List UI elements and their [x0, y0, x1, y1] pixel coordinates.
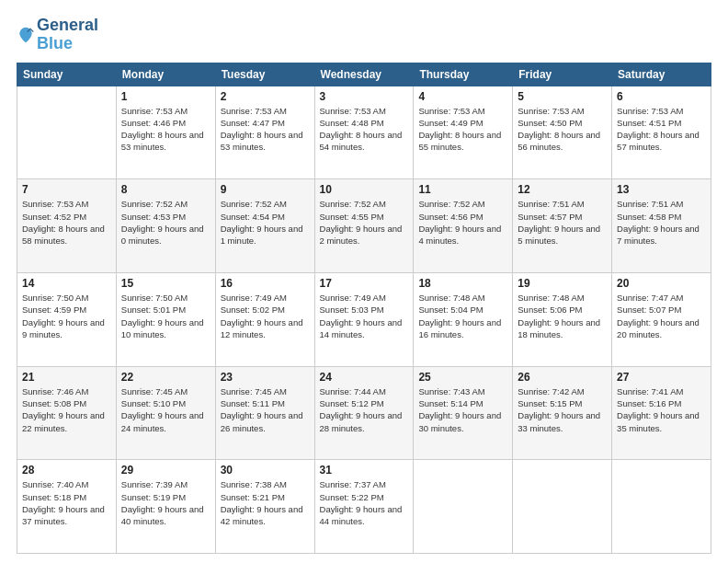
day-info: Sunrise: 7:50 AMSunset: 5:01 PMDaylight:…: [121, 292, 210, 340]
day-info: Sunrise: 7:42 AMSunset: 5:15 PMDaylight:…: [518, 385, 607, 434]
calendar-cell: 14Sunrise: 7:50 AMSunset: 4:59 PMDayligh…: [17, 272, 117, 366]
day-number: 20: [617, 277, 706, 290]
day-info: Sunrise: 7:47 AMSunset: 5:07 PMDaylight:…: [617, 292, 706, 340]
logo-text: GeneralBlue: [37, 17, 98, 53]
day-number: 12: [518, 183, 607, 196]
logo: GeneralBlue: [17, 17, 98, 53]
calendar-cell: [513, 460, 612, 554]
day-number: 4: [418, 90, 507, 103]
calendar-cell: 30Sunrise: 7:38 AMSunset: 5:21 PMDayligh…: [215, 460, 314, 554]
calendar-week-row: 1Sunrise: 7:53 AMSunset: 4:46 PMDaylight…: [17, 86, 711, 179]
day-number: 13: [617, 183, 706, 196]
day-info: Sunrise: 7:50 AMSunset: 4:59 PMDaylight:…: [22, 292, 111, 340]
calendar-cell: 10Sunrise: 7:52 AMSunset: 4:55 PMDayligh…: [314, 179, 414, 273]
day-info: Sunrise: 7:53 AMSunset: 4:49 PMDaylight:…: [418, 105, 507, 154]
calendar-cell: 24Sunrise: 7:44 AMSunset: 5:12 PMDayligh…: [314, 366, 414, 460]
day-info: Sunrise: 7:46 AMSunset: 5:08 PMDaylight:…: [22, 385, 111, 434]
day-info: Sunrise: 7:40 AMSunset: 5:18 PMDaylight:…: [22, 478, 111, 527]
day-info: Sunrise: 7:53 AMSunset: 4:46 PMDaylight:…: [121, 105, 210, 154]
calendar-cell: 15Sunrise: 7:50 AMSunset: 5:01 PMDayligh…: [116, 272, 215, 366]
calendar-cell: 11Sunrise: 7:52 AMSunset: 4:56 PMDayligh…: [414, 179, 513, 273]
weekday-header-monday: Monday: [116, 63, 215, 86]
calendar-cell: 17Sunrise: 7:49 AMSunset: 5:03 PMDayligh…: [314, 272, 414, 366]
calendar-week-row: 14Sunrise: 7:50 AMSunset: 4:59 PMDayligh…: [17, 272, 711, 366]
day-info: Sunrise: 7:44 AMSunset: 5:12 PMDaylight:…: [320, 385, 409, 434]
calendar-cell: 23Sunrise: 7:45 AMSunset: 5:11 PMDayligh…: [215, 366, 314, 460]
calendar-cell: 5Sunrise: 7:53 AMSunset: 4:50 PMDaylight…: [513, 86, 612, 179]
weekday-header-wednesday: Wednesday: [314, 63, 414, 86]
day-info: Sunrise: 7:41 AMSunset: 5:16 PMDaylight:…: [617, 385, 706, 434]
calendar-cell: 25Sunrise: 7:43 AMSunset: 5:14 PMDayligh…: [414, 366, 513, 460]
calendar-cell: 19Sunrise: 7:48 AMSunset: 5:06 PMDayligh…: [513, 272, 612, 366]
page: GeneralBlue SundayMondayTuesdayWednesday…: [0, 0, 728, 563]
calendar-week-row: 28Sunrise: 7:40 AMSunset: 5:18 PMDayligh…: [17, 460, 711, 554]
day-number: 19: [518, 277, 607, 290]
calendar-cell: 1Sunrise: 7:53 AMSunset: 4:46 PMDaylight…: [116, 86, 215, 179]
calendar-cell: 9Sunrise: 7:52 AMSunset: 4:54 PMDaylight…: [215, 179, 314, 273]
day-number: 27: [617, 371, 706, 384]
calendar-cell: 4Sunrise: 7:53 AMSunset: 4:49 PMDaylight…: [414, 86, 513, 179]
day-info: Sunrise: 7:48 AMSunset: 5:06 PMDaylight:…: [518, 292, 607, 340]
day-number: 21: [22, 371, 111, 384]
day-number: 29: [121, 464, 210, 477]
day-number: 11: [418, 183, 507, 196]
day-info: Sunrise: 7:49 AMSunset: 5:03 PMDaylight:…: [320, 292, 409, 340]
day-info: Sunrise: 7:52 AMSunset: 4:56 PMDaylight:…: [418, 198, 507, 247]
day-info: Sunrise: 7:51 AMSunset: 4:58 PMDaylight:…: [617, 198, 706, 247]
day-info: Sunrise: 7:45 AMSunset: 5:10 PMDaylight:…: [121, 385, 210, 434]
day-number: 3: [320, 90, 409, 103]
calendar-cell: [17, 86, 117, 179]
day-info: Sunrise: 7:38 AMSunset: 5:21 PMDaylight:…: [221, 478, 310, 527]
day-number: 23: [221, 371, 310, 384]
weekday-header-row: SundayMondayTuesdayWednesdayThursdayFrid…: [17, 63, 711, 86]
day-info: Sunrise: 7:52 AMSunset: 4:55 PMDaylight:…: [320, 198, 409, 247]
calendar-cell: 2Sunrise: 7:53 AMSunset: 4:47 PMDaylight…: [215, 86, 314, 179]
calendar-cell: 6Sunrise: 7:53 AMSunset: 4:51 PMDaylight…: [612, 86, 711, 179]
day-info: Sunrise: 7:45 AMSunset: 5:11 PMDaylight:…: [221, 385, 310, 434]
day-number: 7: [22, 183, 111, 196]
day-number: 24: [320, 371, 409, 384]
day-number: 9: [221, 183, 310, 196]
day-number: 25: [418, 371, 507, 384]
calendar-cell: 12Sunrise: 7:51 AMSunset: 4:57 PMDayligh…: [513, 179, 612, 273]
calendar-cell: 8Sunrise: 7:52 AMSunset: 4:53 PMDaylight…: [116, 179, 215, 273]
day-info: Sunrise: 7:53 AMSunset: 4:52 PMDaylight:…: [22, 198, 111, 247]
weekday-header-friday: Friday: [513, 63, 612, 86]
day-number: 8: [121, 183, 210, 196]
calendar-cell: 21Sunrise: 7:46 AMSunset: 5:08 PMDayligh…: [17, 366, 117, 460]
day-info: Sunrise: 7:52 AMSunset: 4:53 PMDaylight:…: [121, 198, 210, 247]
calendar-cell: 20Sunrise: 7:47 AMSunset: 5:07 PMDayligh…: [612, 272, 711, 366]
day-number: 17: [320, 277, 409, 290]
day-number: 15: [121, 277, 210, 290]
header: GeneralBlue: [17, 17, 711, 53]
weekday-header-tuesday: Tuesday: [215, 63, 314, 86]
day-info: Sunrise: 7:53 AMSunset: 4:50 PMDaylight:…: [518, 105, 607, 154]
calendar-cell: 31Sunrise: 7:37 AMSunset: 5:22 PMDayligh…: [314, 460, 414, 554]
day-number: 6: [617, 90, 706, 103]
day-info: Sunrise: 7:48 AMSunset: 5:04 PMDaylight:…: [418, 292, 507, 340]
day-number: 10: [320, 183, 409, 196]
day-number: 30: [221, 464, 310, 477]
calendar-cell: 28Sunrise: 7:40 AMSunset: 5:18 PMDayligh…: [17, 460, 117, 554]
day-number: 28: [22, 464, 111, 477]
calendar-cell: 26Sunrise: 7:42 AMSunset: 5:15 PMDayligh…: [513, 366, 612, 460]
day-info: Sunrise: 7:51 AMSunset: 4:57 PMDaylight:…: [518, 198, 607, 247]
weekday-header-saturday: Saturday: [612, 63, 711, 86]
day-info: Sunrise: 7:53 AMSunset: 4:48 PMDaylight:…: [320, 105, 409, 154]
day-number: 16: [221, 277, 310, 290]
day-number: 18: [418, 277, 507, 290]
day-number: 26: [518, 371, 607, 384]
calendar-cell: [612, 460, 711, 554]
calendar-cell: 22Sunrise: 7:45 AMSunset: 5:10 PMDayligh…: [116, 366, 215, 460]
calendar-cell: 3Sunrise: 7:53 AMSunset: 4:48 PMDaylight…: [314, 86, 414, 179]
day-info: Sunrise: 7:53 AMSunset: 4:47 PMDaylight:…: [221, 105, 310, 154]
weekday-header-sunday: Sunday: [17, 63, 117, 86]
day-number: 14: [22, 277, 111, 290]
day-number: 31: [320, 464, 409, 477]
calendar-header: SundayMondayTuesdayWednesdayThursdayFrid…: [17, 63, 711, 86]
day-number: 5: [518, 90, 607, 103]
day-number: 22: [121, 371, 210, 384]
day-info: Sunrise: 7:49 AMSunset: 5:02 PMDaylight:…: [221, 292, 310, 340]
calendar-cell: 13Sunrise: 7:51 AMSunset: 4:58 PMDayligh…: [612, 179, 711, 273]
day-info: Sunrise: 7:37 AMSunset: 5:22 PMDaylight:…: [320, 478, 409, 527]
